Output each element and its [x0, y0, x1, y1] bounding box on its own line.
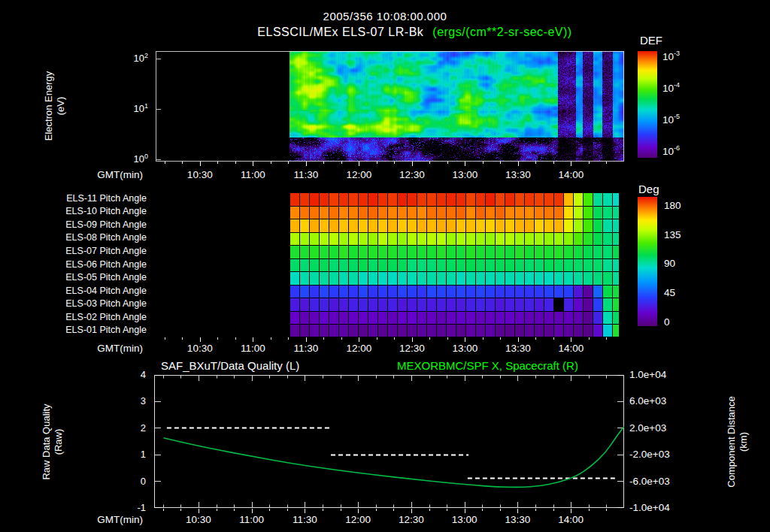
x-tick-mark — [429, 162, 430, 164]
distance-y-tick-label: -2.0e+03 — [629, 449, 670, 460]
x-axis-spectrogram: GMT(min) 10:3011:0011:3012:0012:3013:001… — [0, 169, 770, 182]
x-tick-mark — [217, 162, 218, 164]
colorbar-deg-title: Deg — [638, 183, 659, 195]
x-tick-mark — [288, 162, 289, 164]
colorbar-deg-tick-label: 180 — [664, 200, 681, 211]
x-tick-mark — [323, 162, 324, 164]
pitch-row-label: ELS-04 Pitch Angle — [65, 286, 147, 296]
x-tick-mark — [606, 337, 607, 340]
x-tick-label: 11:00 — [239, 514, 264, 525]
x-tick-mark — [606, 162, 607, 164]
pitch-row-label: ELS-06 Pitch Angle — [65, 259, 147, 270]
quality-y-tick-label: 4 — [141, 369, 146, 380]
x-tick-mark — [465, 162, 465, 166]
x-tick-mark — [571, 162, 571, 166]
distance-y-tick-label: 2.0e+03 — [629, 422, 666, 434]
colorbar-def-title: DEF — [640, 34, 662, 47]
x-tick-mark — [571, 337, 571, 342]
pitch-angle-plot[interactable] — [156, 192, 624, 337]
x-tick-mark — [305, 509, 305, 513]
x-tick-mark — [341, 162, 342, 164]
plot-title-units: (ergs/(cm**2-sr-sec-eV)) — [432, 26, 571, 39]
x-tick-mark — [165, 337, 165, 340]
x-tick-mark — [447, 509, 447, 511]
x-tick-mark — [217, 337, 218, 340]
x-tick-label: 13:00 — [453, 343, 478, 354]
quality-y-tick-label: 1 — [141, 449, 146, 460]
quality-y-tick-label: 2 — [141, 422, 146, 434]
plot-title: ELSSCIL/MEx ELS-07 LR-Bk (ergs/(cm**2-sr… — [180, 26, 649, 39]
x-tick-mark — [217, 509, 217, 511]
x-tick-mark — [482, 509, 483, 511]
colorbar-deg-tick-label: 90 — [664, 258, 675, 269]
distance-y-tick-label: 6.0e+03 — [629, 395, 666, 407]
x-tick-label: 13:30 — [505, 169, 531, 180]
x-tick-mark — [518, 162, 519, 166]
quality-distance-plot[interactable] — [154, 375, 624, 508]
spectrogram-plot[interactable] — [156, 51, 624, 162]
plot-viewer: 2005/356 10:08:00.000 ELSSCIL/MEx ELS-07… — [0, 0, 770, 532]
x-tick-label: 12:30 — [399, 514, 424, 525]
x-tick-mark — [269, 509, 270, 511]
pitch-row-labels: ELS-11 Pitch AngleELS-10 Pitch AngleELS-… — [0, 192, 150, 337]
x-tick-mark — [165, 162, 165, 164]
colorbar-def-tick-label: 10-5 — [662, 113, 680, 125]
colorbar-deg-tick-label: 45 — [664, 287, 675, 298]
x-tick-mark — [465, 509, 465, 513]
pitch-row-label: ELS-09 Pitch Angle — [65, 219, 147, 230]
pitch-row-label: ELS-07 Pitch Angle — [65, 246, 147, 256]
x-tick-label: 14:00 — [559, 343, 584, 354]
x-tick-mark — [271, 162, 271, 164]
x-tick-mark — [535, 337, 536, 340]
x-tick-mark — [500, 162, 501, 164]
series-title-quality: SAF_BXuT/Data Quality (L) — [161, 359, 299, 372]
distance-y-ticks: 1.0e+046.0e+032.0e+03-2.0e+03-6.0e+03-1.… — [629, 375, 705, 508]
x-tick-mark — [412, 337, 413, 342]
x-axis-lineplot: GMT(min) 10:3011:0011:3012:0012:3013:001… — [0, 514, 770, 527]
x-tick-mark — [553, 509, 554, 511]
x-tick-mark — [341, 337, 342, 340]
x-tick-label: 12:30 — [399, 343, 425, 354]
x-tick-label: 10:30 — [187, 343, 213, 354]
x-tick-mark — [163, 509, 164, 511]
x-tick-mark — [359, 162, 359, 166]
x-tick-mark — [182, 337, 183, 340]
spectrogram-y-ticks: 102101100 — [0, 51, 153, 162]
x-tick-label: 13:00 — [452, 514, 477, 525]
colorbar-def — [638, 51, 657, 158]
x-axis-title: GMT(min) — [71, 169, 143, 180]
pitch-row-label: ELS-10 Pitch Angle — [65, 206, 147, 216]
x-tick-mark — [393, 509, 394, 511]
x-tick-mark — [199, 509, 199, 513]
x-tick-label: 10:30 — [186, 514, 211, 525]
x-tick-label: 11:30 — [293, 169, 318, 180]
x-tick-label: 11:30 — [293, 514, 317, 525]
x-tick-mark — [535, 162, 536, 164]
distance-y-tick-label: -6.0e+03 — [629, 476, 670, 487]
x-tick-mark — [200, 337, 201, 342]
x-tick-label: 13:00 — [453, 169, 478, 180]
x-tick-mark — [180, 509, 181, 511]
x-tick-mark — [234, 509, 235, 511]
x-tickmarks-pitch — [0, 337, 770, 343]
x-tick-label: 12:00 — [345, 514, 371, 525]
x-tick-mark — [323, 337, 324, 340]
x-tick-label: 12:00 — [346, 169, 371, 180]
x-tick-mark — [447, 337, 448, 340]
x-tick-mark — [235, 337, 236, 340]
x-axis-title: GMT(min) — [71, 514, 143, 525]
x-tick-mark — [287, 509, 288, 511]
x-tick-mark — [182, 162, 183, 164]
page-title: 2005/356 10:08:00.000 — [0, 10, 770, 23]
x-tick-mark — [606, 509, 607, 511]
x-tick-mark — [377, 162, 377, 164]
colorbar-deg-labels: 18013590450 — [664, 197, 709, 326]
pitch-row-label: ELS-08 Pitch Angle — [65, 232, 147, 243]
x-tick-label: 10:30 — [187, 169, 213, 180]
x-tick-mark — [589, 337, 590, 340]
x-tick-label: 14:00 — [558, 514, 584, 525]
x-tick-mark — [465, 337, 465, 342]
x-tickmarks-spectrogram — [0, 162, 770, 167]
x-tick-mark — [589, 509, 590, 511]
spectrogram-y-tick-label: 101 — [134, 102, 148, 114]
